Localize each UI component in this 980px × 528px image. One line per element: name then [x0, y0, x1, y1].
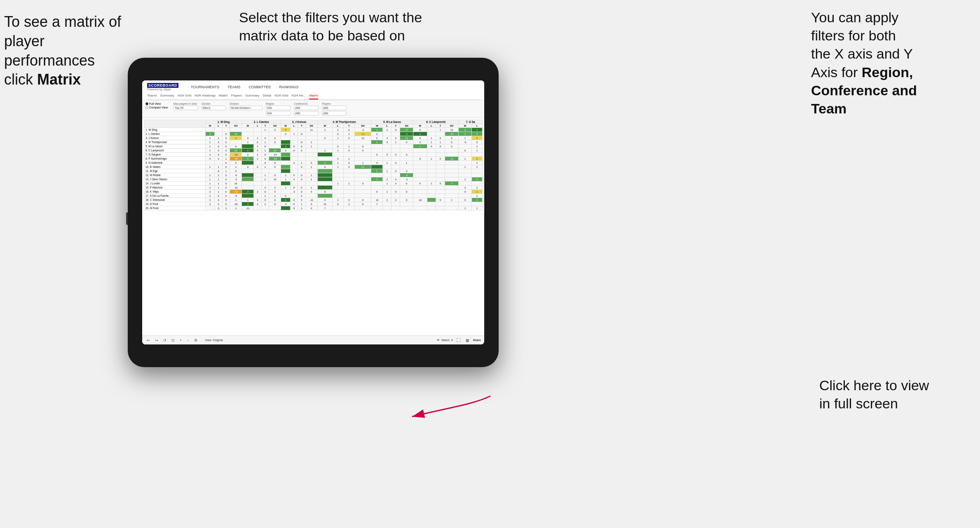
compact-view-radio[interactable]: Compact View	[145, 106, 168, 109]
nav-teams[interactable]: TEAMS	[227, 84, 240, 90]
col-header-clanton: 2. L Clanton	[242, 120, 281, 124]
gender-filter: Gender Men's	[202, 102, 226, 110]
tab-matrix[interactable]: Matrix	[309, 92, 318, 99]
table-row: 8. P Summerhays 521-48 220-16 01 010-11 …	[144, 157, 483, 161]
nav-tournaments[interactable]: TOURNAMENTS	[191, 84, 219, 90]
sub-nav: Teams Summary H2H Grid H2H Heatmap Matri…	[147, 92, 479, 100]
tablet: SCOREBOARD Powered by clippd TOURNAMENTS…	[128, 58, 499, 367]
top-nav: SCOREBOARD Powered by clippd TOURNAMENTS…	[147, 83, 479, 91]
tab-summary[interactable]: Summary	[160, 92, 174, 99]
full-view-dot	[145, 102, 148, 105]
zoom-in-button[interactable]: +	[178, 338, 183, 343]
undo-button[interactable]: ↩	[145, 338, 151, 343]
compact-view-dot	[145, 106, 148, 109]
players-select[interactable]: (All)	[322, 106, 347, 110]
view-label: View: Original	[205, 339, 223, 342]
grid-button[interactable]: ▦	[464, 338, 471, 343]
scoreboard-logo: SCOREBOARD Powered by clippd	[147, 83, 178, 91]
tab-detail[interactable]: Detail	[263, 92, 271, 99]
corner-header	[144, 120, 206, 128]
col-header-thorb: 4. M Thorbjornsen	[317, 120, 371, 124]
col-header-koivun: 3. J Koivun	[281, 120, 318, 124]
zoom-fit-button[interactable]: ⊡	[170, 338, 176, 343]
conference-select[interactable]: (All)	[294, 106, 319, 110]
table-row: 13. J Skov Olesen 110-3 215 1001 220-1 1…	[144, 177, 483, 182]
tablet-screen: SCOREBOARD Powered by clippd TOURNAMENTS…	[142, 80, 484, 344]
table-row: 10. B Valdes 1101 0010 01 01011 11	[144, 165, 483, 169]
fullscreen-button[interactable]: ⛶	[455, 337, 462, 343]
annotation-bottom-right: Click here to view in full screen	[819, 376, 959, 412]
table-row: 16. K Vilips 210-25 2204 330 8 0100 01	[144, 190, 483, 194]
annotation-top-left: To see a matrix of player performances c…	[4, 12, 136, 90]
view-selector: Full View Compact View	[145, 102, 168, 109]
conference-filter: Conference (All) (All)	[294, 102, 319, 116]
table-row: 15. P Maichon 110-19 41 1001 22	[144, 186, 483, 190]
table-row: 2. L Clanton 2018 010 0113 0-1 1-24 22	[144, 132, 483, 136]
eye-icon: 👁	[437, 339, 440, 342]
table-row: 17. S De La Fuente 200-8 11 00 2	[144, 194, 483, 198]
col-header-sasso: 5. M La Sasso	[371, 120, 413, 124]
table-row: 5. M La Sasso 1006 10 1001 010 1003 1	[144, 144, 483, 148]
max-players-select[interactable]: Top 25	[173, 106, 198, 110]
col-header-lamp: 6. C Lamprecht	[413, 120, 459, 124]
table-row: 4. M Thorbjornsen 100 1010 01 1010 0110 …	[144, 140, 483, 144]
table-row: 19. D Ford 200-20 2420 -1010 13010 7	[144, 202, 483, 206]
zoom-out-button[interactable]: −	[185, 338, 190, 343]
redo-button[interactable]: ↪	[154, 338, 159, 343]
full-view-radio[interactable]: Full View	[145, 102, 168, 105]
division-select[interactable]: NCAA Division I	[230, 106, 263, 110]
conference-select2[interactable]: (All)	[294, 111, 319, 116]
table-row: 3. J Koivun 1102 0102 01013 04011 0103 1…	[144, 136, 483, 140]
watch-control[interactable]: 👁 Watch ▾	[437, 339, 453, 342]
table-row: 6. C Lamprecht 10018 24124 300 1106 01	[144, 148, 483, 153]
table-row: 1. W Ding 12 011 110-2 12017 0113 02	[144, 128, 483, 132]
nav-committee[interactable]: COMMITTEE	[249, 84, 271, 90]
table-row: 20. M Ford 331 -11 010 7 11	[144, 206, 483, 210]
table-row: 14. J Lundin 11010 110 100 010-7	[144, 182, 483, 186]
region-select[interactable]: N/A	[266, 106, 291, 110]
tab-h2h-he[interactable]: H2H He...	[291, 92, 306, 99]
tab-h2h-grid2[interactable]: H2H Grid	[274, 92, 288, 99]
tab-h2h-grid[interactable]: H2H Grid	[178, 92, 191, 99]
annotation-top-center: Select the filters you want the matrix d…	[239, 8, 437, 45]
players-filter: Players (All) (All)	[322, 102, 347, 116]
matrix-area[interactable]: 1. W Ding 2. L Clanton 3. J Koivun 4. M …	[142, 118, 484, 335]
region-filter: Region N/A N/A	[266, 102, 291, 116]
table-row: 9. N Gabrelcik 00 09 010 0101 0101 1	[144, 161, 483, 165]
share-button[interactable]: Share	[473, 339, 481, 342]
table-row: 12. M Riedel 110-6 10 1001 -6	[144, 173, 483, 177]
players-select2[interactable]: (All)	[322, 111, 347, 116]
division-filter: Division NCAA Division I	[230, 102, 263, 110]
refresh-button[interactable]: ↺	[162, 338, 168, 343]
tab-players[interactable]: Players	[231, 92, 242, 99]
table-row: 18. C Sherwood 2001 1300 100-11 0100 132…	[144, 198, 483, 202]
annotation-top-right: You can apply filters for both the X axi…	[811, 8, 968, 118]
filter-row: Full View Compact View Max players in vi…	[142, 100, 484, 118]
tab-summary2[interactable]: Summary	[245, 92, 259, 99]
watch-dropdown[interactable]: ▾	[451, 339, 453, 342]
col-header-ding: 1. W Ding	[205, 120, 242, 124]
tab-matrix-left[interactable]: Matrix	[219, 92, 228, 99]
tab-teams[interactable]: Teams	[147, 92, 157, 99]
matrix-table: 1. W Ding 2. L Clanton 3. J Koivun 4. M …	[144, 120, 483, 210]
region-select2[interactable]: N/A	[266, 111, 291, 116]
table-row: 7. G Sargent 200-18 220-15 0003	[144, 153, 483, 157]
settings-button[interactable]: ⚙	[193, 338, 199, 343]
bottom-toolbar: ↩ ↪ ↺ ⊡ + − ⚙ View: Original 👁 Watch ▾ ⛶…	[142, 335, 484, 344]
nav-rankings[interactable]: RANKINGS	[279, 84, 298, 90]
col-header-sa: 7. G Sa	[459, 120, 483, 124]
max-players-filter: Max players in view Top 25	[173, 102, 198, 110]
gender-select[interactable]: Men's	[202, 106, 226, 110]
table-row: 11. M Ege 010 0104	[144, 169, 483, 173]
tab-h2h-heatmap[interactable]: H2H Heatmap	[195, 92, 216, 99]
scoreboard-header: SCOREBOARD Powered by clippd TOURNAMENTS…	[142, 80, 484, 100]
tablet-side-button	[126, 212, 128, 225]
